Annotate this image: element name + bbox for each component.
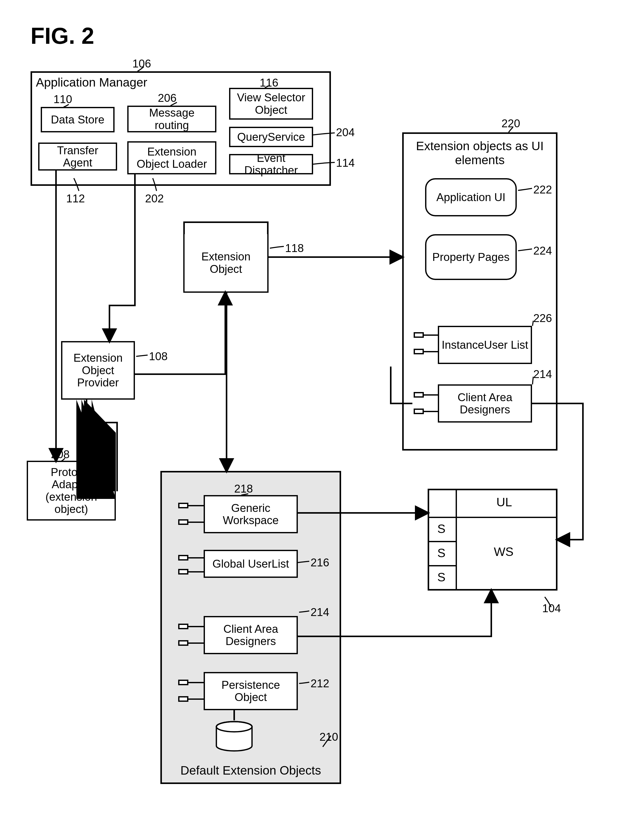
persistence-object-label: Persistence Object: [207, 679, 294, 704]
transfer-agent-box: Transfer Agent: [38, 142, 117, 171]
plug-icon: [178, 519, 188, 525]
ext-loader-box: Extension Object Loader: [127, 141, 217, 174]
plug-icon: [178, 624, 188, 629]
data-store-label: Data Store: [51, 114, 104, 126]
view-selector-label: View Selector Object: [232, 92, 310, 116]
application-ui-box: Application UI: [425, 178, 517, 216]
property-pages-box: Property Pages: [425, 234, 517, 280]
mw-vline: [456, 489, 457, 591]
plug-icon: [178, 696, 188, 702]
plug-bar: [188, 626, 204, 627]
ext-loader-label: Extension Object Loader: [131, 145, 213, 170]
page: FIG. 2 106 Application Manager 110 Data …: [0, 0, 629, 840]
num-208: 208: [51, 448, 70, 461]
figure-title: FIG. 2: [30, 23, 94, 49]
plug-bar: [188, 557, 204, 559]
extension-object-box: Extension Object: [183, 234, 269, 293]
client-area-designers-ui-box: Client Area Designers: [438, 384, 532, 423]
s-label-2: S: [437, 546, 446, 560]
global-userlist-box: Global UserList: [204, 550, 298, 578]
num-204: 204: [336, 126, 355, 139]
instance-user-list-box: InstanceUser List: [438, 326, 532, 364]
num-112: 112: [66, 192, 85, 205]
num-214-ui: 214: [533, 368, 552, 381]
plug-icon: [178, 569, 188, 575]
plug-icon: [414, 349, 424, 354]
num-220: 220: [501, 117, 520, 130]
mw-srow: [428, 565, 457, 566]
num-104: 104: [542, 602, 561, 615]
num-224: 224: [533, 244, 552, 257]
num-110: 110: [54, 93, 72, 106]
plug-icon: [178, 503, 188, 508]
num-202: 202: [145, 192, 164, 205]
plug-bar: [188, 571, 204, 573]
event-dispatcher-label: Event Dispatcher: [232, 152, 310, 177]
main-window: [428, 489, 558, 591]
message-routing-label: Message routing: [131, 107, 213, 131]
event-dispatcher-box: Event Dispatcher: [229, 154, 313, 174]
client-area-designers-default-label: Client Area Designers: [207, 623, 294, 647]
plug-bar: [188, 521, 204, 523]
plug-bar: [188, 643, 204, 644]
num-206: 206: [158, 92, 176, 104]
property-pages-label: Property Pages: [432, 251, 509, 263]
plug-bar: [424, 411, 438, 412]
plug-bar: [188, 698, 204, 700]
query-service-label: QueryService: [237, 131, 305, 143]
plug-icon: [414, 392, 424, 398]
generic-workspace-label: Generic Workspace: [207, 502, 294, 527]
mw-hline: [428, 517, 558, 518]
protocol-adapter-box: Protocol Adapter (extension object): [27, 461, 116, 521]
plug-icon: [178, 640, 188, 646]
view-selector-box: View Selector Object: [229, 88, 313, 120]
mw-srow: [428, 541, 457, 542]
s-label-3: S: [437, 570, 446, 584]
num-226: 226: [533, 312, 552, 325]
persistence-object-box: Persistence Object: [204, 672, 298, 710]
global-userlist-label: Global UserList: [213, 558, 289, 570]
num-218: 218: [234, 482, 253, 495]
num-214-default: 214: [311, 606, 329, 619]
num-222: 222: [533, 183, 552, 196]
application-manager-title: Application Manager: [36, 75, 147, 89]
transfer-agent-label: Transfer Agent: [41, 144, 114, 169]
ext-provider-box: Extension Object Provider: [61, 341, 135, 399]
client-area-designers-ui-label: Client Area Designers: [441, 391, 529, 416]
query-service-box: QueryService: [229, 127, 313, 147]
protocol-adapter-label: Protocol Adapter (extension object): [30, 466, 112, 515]
instance-user-list-label: InstanceUser List: [442, 339, 528, 351]
cylinder-icon: [214, 720, 254, 753]
plug-bar: [424, 351, 438, 352]
num-210: 210: [319, 731, 338, 743]
num-212: 212: [311, 677, 329, 690]
ws-label: WS: [494, 545, 514, 559]
plug-bar: [424, 335, 438, 336]
s-label-1: S: [437, 522, 446, 536]
plug-icon: [178, 680, 188, 685]
plug-icon: [414, 409, 424, 414]
plug-bar: [188, 682, 204, 683]
num-114: 114: [336, 156, 355, 169]
ui-elements-title: Extension objects as UI elements: [404, 139, 556, 167]
plug-icon: [414, 332, 424, 338]
ext-provider-label: Extension Object Provider: [65, 352, 131, 389]
message-routing-box: Message routing: [127, 106, 217, 133]
extension-object-label: Extension Object: [186, 251, 265, 275]
plug-bar: [424, 394, 438, 396]
data-store-box: Data Store: [41, 107, 115, 133]
default-ext-title: Default Extension Objects: [162, 763, 340, 777]
num-116: 116: [260, 76, 278, 89]
num-118: 118: [285, 242, 304, 254]
generic-workspace-box: Generic Workspace: [204, 495, 298, 533]
application-ui-label: Application UI: [436, 191, 505, 204]
num-216: 216: [311, 556, 329, 569]
num-106: 106: [132, 57, 151, 70]
plug-bar: [188, 505, 204, 506]
num-108: 108: [149, 350, 168, 363]
client-area-designers-default-box: Client Area Designers: [204, 616, 298, 654]
plug-icon: [178, 555, 188, 561]
ul-label: UL: [496, 495, 512, 509]
